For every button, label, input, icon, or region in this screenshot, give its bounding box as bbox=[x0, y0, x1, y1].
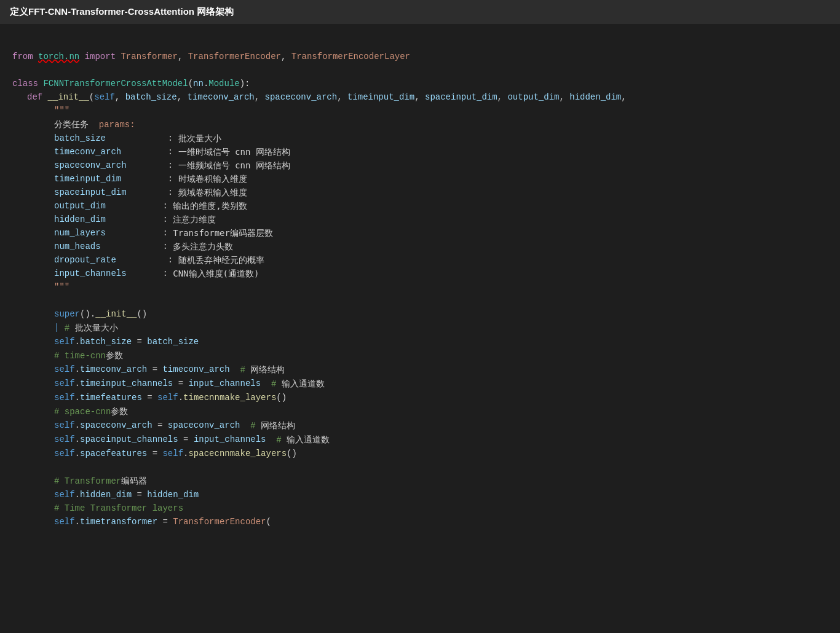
code-line: num_heads : 多头注意力头数 bbox=[0, 240, 840, 253]
title-bar: 定义FFT-CNN-Transformer-CrossAttention 网络架… bbox=[0, 0, 840, 24]
code-line: class FCNNTransformerCrossAttModel ( nn … bbox=[0, 77, 840, 90]
code-line: self . timefeatures = self . timecnnmake… bbox=[0, 391, 840, 404]
code-area: from torch.nn import Transformer , Trans… bbox=[0, 24, 840, 541]
code-line: input_channels : CNN输入维度(通道数) bbox=[0, 267, 840, 280]
code-line bbox=[0, 63, 840, 77]
code-line: spaceconv_arch : 一维频域信号 cnn 网络结构 bbox=[0, 159, 840, 172]
code-line bbox=[0, 36, 840, 50]
code-line: self . spaceinput_channels = input_chann… bbox=[0, 433, 840, 447]
code-line: """ bbox=[0, 280, 840, 294]
code-line bbox=[0, 460, 840, 474]
code-line: hidden_dim : 注意力维度 bbox=[0, 213, 840, 226]
code-line: # space-cnn参数 bbox=[0, 404, 840, 419]
code-line: num_layers : Transformer编码器层数 bbox=[0, 226, 840, 240]
code-line: self . timetransformer = TransformerEnco… bbox=[0, 515, 840, 529]
code-line: self . hidden_dim = hidden_dim bbox=[0, 488, 840, 501]
code-line: self . spaceconv_arch = spaceconv_arch #… bbox=[0, 419, 840, 433]
code-line: timeconv_arch : 一维时域信号 cnn 网络结构 bbox=[0, 145, 840, 159]
code-line: super (). __init__ () bbox=[0, 307, 840, 321]
code-line: timeinput_dim : 时域卷积输入维度 bbox=[0, 172, 840, 186]
code-line: self . batch_size = batch_size bbox=[0, 335, 840, 348]
code-line: # Transformer编码器 bbox=[0, 474, 840, 488]
code-line: output_dim : 输出的维度,类别数 bbox=[0, 199, 840, 213]
code-line: batch_size : 批次量大小 bbox=[0, 132, 840, 145]
code-line: """ bbox=[0, 104, 840, 117]
code-line: spaceinput_dim : 频域卷积输入维度 bbox=[0, 186, 840, 199]
code-line: self . timeinput_channels = input_channe… bbox=[0, 377, 840, 391]
code-line bbox=[0, 294, 840, 307]
code-line: self . timeconv_arch = timeconv_arch # 网… bbox=[0, 363, 840, 377]
code-line: def __init__ ( self , batch_size , timec… bbox=[0, 90, 840, 104]
code-line: # time-cnn参数 bbox=[0, 348, 840, 363]
page-title: 定义FFT-CNN-Transformer-CrossAttention 网络架… bbox=[10, 6, 234, 17]
code-line: # Time Transformer layers bbox=[0, 501, 840, 515]
code-line: | # 批次量大小 bbox=[0, 321, 840, 335]
code-line: from torch.nn import Transformer , Trans… bbox=[0, 50, 840, 63]
code-line: 分类任务 params: bbox=[0, 117, 840, 132]
code-line: dropout_rate : 随机丢弃神经元的概率 bbox=[0, 253, 840, 267]
code-line: self . spacefeatures = self . spacecnnma… bbox=[0, 447, 840, 460]
